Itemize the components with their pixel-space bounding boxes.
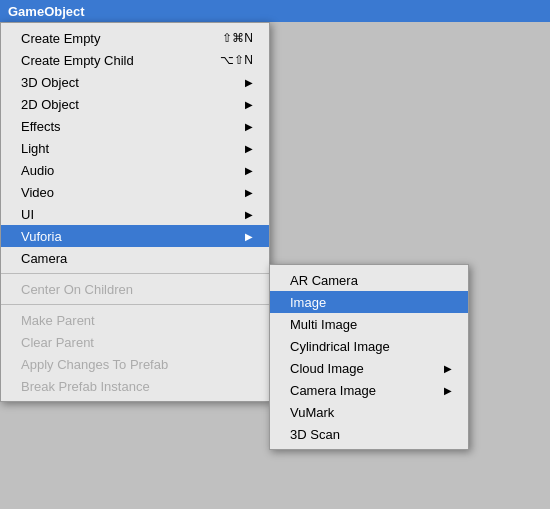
menu-item-shortcut-create-empty: ⇧⌘N	[222, 31, 253, 45]
menu-item-make-parent: Make Parent	[1, 309, 269, 331]
menu-item-vuforia[interactable]: Vuforia▶	[1, 225, 269, 247]
submenu-item-vumark[interactable]: VuMark	[270, 401, 468, 423]
submenu-item-label-3d-scan: 3D Scan	[290, 427, 452, 442]
menu-item-label-light: Light	[21, 141, 237, 156]
menu-item-label-create-empty-child: Create Empty Child	[21, 53, 200, 68]
menu-item-ui[interactable]: UI▶	[1, 203, 269, 225]
submenu-item-multi-image[interactable]: Multi Image	[270, 313, 468, 335]
submenu-item-label-vumark: VuMark	[290, 405, 452, 420]
menu-item-audio[interactable]: Audio▶	[1, 159, 269, 181]
submenu-item-cylindrical-image[interactable]: Cylindrical Image	[270, 335, 468, 357]
submenu-item-image[interactable]: Image	[270, 291, 468, 313]
submenu-arrow-icon-camera-image: ▶	[444, 385, 452, 396]
submenu-arrow-icon-video: ▶	[245, 187, 253, 198]
menu-bar-title: GameObject	[8, 4, 85, 19]
menu-item-label-apply-changes: Apply Changes To Prefab	[21, 357, 253, 372]
menu-item-label-audio: Audio	[21, 163, 237, 178]
menu-item-create-empty-child[interactable]: Create Empty Child⌥⇧N	[1, 49, 269, 71]
primary-dropdown: Create Empty⇧⌘NCreate Empty Child⌥⇧N3D O…	[0, 22, 270, 402]
menu-item-label-effects: Effects	[21, 119, 237, 134]
submenu-item-ar-camera[interactable]: AR Camera	[270, 269, 468, 291]
menu-item-label-make-parent: Make Parent	[21, 313, 253, 328]
submenu-item-label-ar-camera: AR Camera	[290, 273, 452, 288]
menu-separator	[1, 273, 269, 274]
submenu-item-label-image: Image	[290, 295, 452, 310]
menu-item-light[interactable]: Light▶	[1, 137, 269, 159]
submenu-item-3d-scan[interactable]: 3D Scan	[270, 423, 468, 445]
menu-item-create-empty[interactable]: Create Empty⇧⌘N	[1, 27, 269, 49]
menu-item-break-prefab: Break Prefab Instance	[1, 375, 269, 397]
menu-item-shortcut-create-empty-child: ⌥⇧N	[220, 53, 253, 67]
menu-item-label-clear-parent: Clear Parent	[21, 335, 253, 350]
menu-item-label-video: Video	[21, 185, 237, 200]
menu-item-effects[interactable]: Effects▶	[1, 115, 269, 137]
submenu-arrow-icon-cloud-image: ▶	[444, 363, 452, 374]
submenu-item-camera-image[interactable]: Camera Image▶	[270, 379, 468, 401]
menu-item-video[interactable]: Video▶	[1, 181, 269, 203]
menu-item-label-break-prefab: Break Prefab Instance	[21, 379, 253, 394]
menu-item-3d-object[interactable]: 3D Object▶	[1, 71, 269, 93]
menu-item-label-vuforia: Vuforia	[21, 229, 237, 244]
submenu-arrow-icon-2d-object: ▶	[245, 99, 253, 110]
submenu-item-cloud-image[interactable]: Cloud Image▶	[270, 357, 468, 379]
menu-item-label-ui: UI	[21, 207, 237, 222]
submenu-arrow-icon-audio: ▶	[245, 165, 253, 176]
submenu-item-label-cylindrical-image: Cylindrical Image	[290, 339, 452, 354]
menu-item-clear-parent: Clear Parent	[1, 331, 269, 353]
menu-item-camera[interactable]: Camera	[1, 247, 269, 269]
submenu-arrow-icon-ui: ▶	[245, 209, 253, 220]
submenu-item-label-multi-image: Multi Image	[290, 317, 452, 332]
menu-item-apply-changes: Apply Changes To Prefab	[1, 353, 269, 375]
menu-item-label-camera: Camera	[21, 251, 253, 266]
menu-item-2d-object[interactable]: 2D Object▶	[1, 93, 269, 115]
submenu-arrow-icon-light: ▶	[245, 143, 253, 154]
submenu-arrow-icon-effects: ▶	[245, 121, 253, 132]
menu-item-label-3d-object: 3D Object	[21, 75, 237, 90]
secondary-dropdown: AR CameraImageMulti ImageCylindrical Ima…	[269, 264, 469, 450]
menu-item-center-on-children: Center On Children	[1, 278, 269, 300]
menu-bar[interactable]: GameObject	[0, 0, 550, 22]
menu-separator	[1, 304, 269, 305]
submenu-arrow-icon-3d-object: ▶	[245, 77, 253, 88]
menu-item-label-center-on-children: Center On Children	[21, 282, 253, 297]
submenu-item-label-cloud-image: Cloud Image	[290, 361, 436, 376]
submenu-item-label-camera-image: Camera Image	[290, 383, 436, 398]
menu-item-label-create-empty: Create Empty	[21, 31, 202, 46]
menu-item-label-2d-object: 2D Object	[21, 97, 237, 112]
submenu-arrow-icon-vuforia: ▶	[245, 231, 253, 242]
